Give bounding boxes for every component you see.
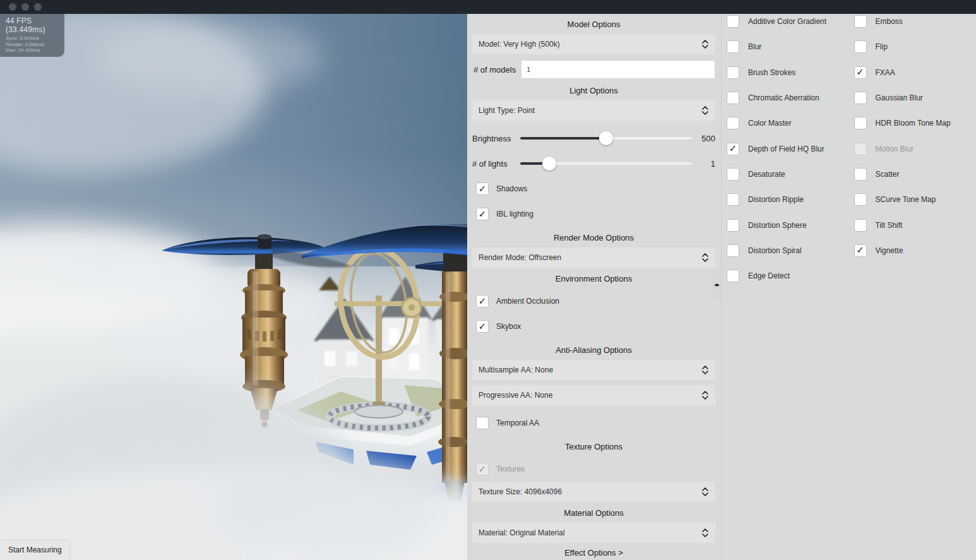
- fps-overlay: 44 FPS (33.449ms) Sync: 0.004ms Render: …: [0, 14, 64, 57]
- effect-row-depth-of-field-hq-blur[interactable]: ✓ Depth of Field HQ Blur: [727, 136, 849, 161]
- render-mode-select[interactable]: Render Mode: Offscreen: [472, 247, 715, 268]
- effect-row-distortion-ripple[interactable]: Distortion Ripple: [727, 187, 849, 212]
- render-mode-options-header: Render Mode Options: [472, 233, 715, 242]
- temporal-aa-checkbox[interactable]: [476, 417, 489, 429]
- ibl-lighting-label: IBL lighting: [496, 210, 533, 218]
- effect-row-blur[interactable]: Blur: [727, 34, 849, 59]
- brush-strokes-checkbox[interactable]: [727, 66, 739, 79]
- effect-label: Chromatic Aberration: [748, 93, 819, 102]
- additive-color-gradient-checkbox[interactable]: [727, 15, 739, 28]
- model-select[interactable]: Model: Very High (500k): [472, 34, 715, 54]
- distortion-spiral-checkbox[interactable]: [727, 244, 739, 257]
- shadows-label: Shadows: [496, 184, 527, 193]
- num-lights-slider[interactable]: [520, 162, 692, 165]
- effect-label: Additive Color Gradient: [748, 17, 826, 26]
- scurve-tone-map-checkbox[interactable]: [854, 193, 867, 206]
- skybox-checkbox[interactable]: ✓: [476, 320, 489, 333]
- left-right-arrows-icon: ◂▸: [714, 281, 719, 288]
- checkmark-icon: ✓: [479, 209, 487, 218]
- emboss-checkbox[interactable]: [854, 15, 867, 28]
- effect-row-vignette[interactable]: ✓ Vignette: [854, 238, 976, 263]
- app-window: 44 FPS (33.449ms) Sync: 0.004ms Render: …: [0, 0, 976, 560]
- gaussian-blur-checkbox[interactable]: [854, 92, 867, 104]
- effect-label: Distortion Ripple: [748, 195, 804, 204]
- multisample-aa-select[interactable]: Multisample AA: None: [472, 360, 715, 380]
- num-lights-value: 1: [698, 159, 715, 169]
- effect-row-gaussian-blur[interactable]: Gaussian Blur: [854, 85, 976, 110]
- effect-row-hdr-bloom-tone-map[interactable]: HDR Bloom Tone Map: [854, 110, 976, 136]
- brightness-slider[interactable]: [520, 137, 692, 140]
- texture-size-select[interactable]: Texture Size: 4096x4096: [472, 482, 715, 502]
- start-measuring-button[interactable]: Start Measuring: [0, 540, 70, 560]
- hdr-bloom-tone-map-checkbox[interactable]: [854, 117, 867, 129]
- effect-row-flip[interactable]: Flip: [854, 34, 976, 59]
- effect-row-tilt-shift[interactable]: Tilt Shift: [854, 212, 976, 237]
- ambient-occlusion-label: Ambient Occlusion: [496, 297, 559, 306]
- effect-label: Gaussian Blur: [876, 93, 923, 102]
- shadows-checkbox-row[interactable]: ✓ Shadows: [472, 176, 715, 201]
- model-select-value: Model: Very High (500k): [479, 40, 560, 49]
- checkmark-icon: ✓: [856, 67, 864, 76]
- num-lights-slider-handle[interactable]: [542, 157, 556, 170]
- effect-label: Emboss: [876, 17, 903, 26]
- brightness-slider-handle[interactable]: [599, 131, 613, 145]
- ibl-lighting-checkbox-row[interactable]: ✓ IBL lighting: [472, 201, 715, 227]
- effect-label: Distortion Sphere: [748, 221, 807, 230]
- distortion-ripple-checkbox[interactable]: [727, 193, 739, 206]
- effect-row-scatter[interactable]: Scatter: [854, 162, 976, 187]
- depth-of-field-hq-blur-checkbox[interactable]: ✓: [727, 143, 739, 155]
- chevron-up-down-icon: [701, 527, 710, 539]
- ambient-occlusion-checkbox[interactable]: ✓: [476, 295, 489, 307]
- fps-max: Max: 34.420ms: [6, 47, 61, 54]
- ambient-occlusion-checkbox-row[interactable]: ✓ Ambient Occlusion: [472, 289, 715, 314]
- checkmark-icon: ✓: [479, 296, 487, 306]
- right-engine-pillar: [438, 241, 467, 500]
- effects-panel: Additive Color Gradient Blur Brush Strok…: [721, 14, 976, 560]
- distortion-sphere-checkbox[interactable]: [727, 219, 739, 232]
- shadows-checkbox[interactable]: ✓: [476, 182, 489, 195]
- fxaa-checkbox[interactable]: ✓: [854, 66, 867, 79]
- checkmark-icon: ✓: [479, 321, 487, 331]
- window-titlebar: [0, 0, 976, 14]
- blur-checkbox[interactable]: [727, 40, 739, 53]
- effect-label: SCurve Tone Map: [876, 195, 936, 204]
- checkmark-icon: ✓: [479, 464, 487, 474]
- desaturate-checkbox[interactable]: [727, 168, 739, 181]
- temporal-aa-checkbox-row[interactable]: Temporal AA: [472, 410, 715, 436]
- material-select[interactable]: Material: Original Material: [472, 523, 715, 543]
- num-models-row: # of models: [472, 59, 715, 80]
- effect-row-edge-detect[interactable]: Edge Detect: [727, 263, 849, 289]
- effects-column-right: Emboss Flip ✓ FXAA Gaussian Blur HDR Blo…: [849, 9, 976, 560]
- effect-options-link[interactable]: Effect Options >: [472, 548, 715, 557]
- scatter-checkbox[interactable]: [854, 168, 867, 181]
- chromatic-aberration-checkbox[interactable]: [727, 92, 739, 104]
- zoom-button[interactable]: [34, 3, 42, 11]
- effect-row-distortion-spiral[interactable]: Distortion Spiral: [727, 238, 849, 263]
- effect-row-chromatic-aberration[interactable]: Chromatic Aberration: [727, 85, 849, 110]
- effect-row-distortion-sphere[interactable]: Distortion Sphere: [727, 212, 849, 237]
- effect-row-desaturate[interactable]: Desaturate: [727, 162, 849, 187]
- color-master-checkbox[interactable]: [727, 117, 739, 129]
- num-models-input[interactable]: [521, 60, 715, 79]
- edge-detect-checkbox[interactable]: [727, 270, 739, 282]
- close-button[interactable]: [9, 3, 16, 11]
- ibl-lighting-checkbox[interactable]: ✓: [476, 208, 489, 220]
- render-viewport[interactable]: [0, 14, 467, 560]
- brightness-value: 500: [698, 134, 715, 143]
- chevron-up-down-icon: [701, 364, 710, 376]
- effect-label: Color Master: [748, 119, 792, 128]
- effect-row-fxaa[interactable]: ✓ FXAA: [854, 60, 976, 85]
- effect-label: Edge Detect: [748, 271, 790, 280]
- flip-checkbox[interactable]: [854, 40, 867, 53]
- chevron-up-down-icon: [701, 390, 710, 401]
- light-type-select[interactable]: Light Type: Point: [472, 100, 715, 121]
- effect-row-brush-strokes[interactable]: Brush Strokes: [727, 60, 849, 85]
- tilt-shift-checkbox[interactable]: [854, 219, 867, 232]
- effect-row-scurve-tone-map[interactable]: SCurve Tone Map: [854, 187, 976, 212]
- textures-label: Textures: [496, 465, 525, 474]
- skybox-checkbox-row[interactable]: ✓ Skybox: [472, 314, 715, 339]
- progressive-aa-select[interactable]: Progressive AA: None: [472, 385, 715, 405]
- minimize-button[interactable]: [21, 3, 29, 11]
- effect-row-color-master[interactable]: Color Master: [727, 110, 849, 136]
- vignette-checkbox[interactable]: ✓: [854, 244, 867, 257]
